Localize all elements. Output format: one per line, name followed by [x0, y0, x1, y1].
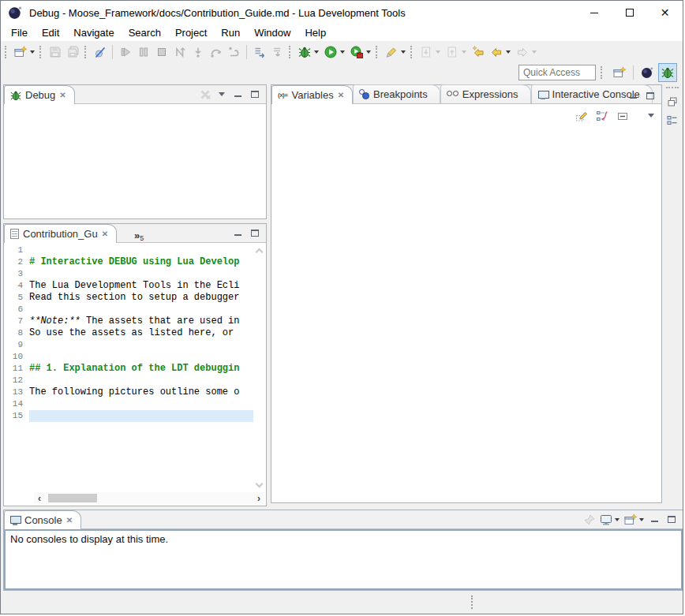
app-icon[interactable] — [8, 6, 22, 20]
maximize-view-button[interactable] — [642, 88, 658, 104]
editor-line[interactable]: 7 **Note:** The assets that are used in — [4, 315, 253, 327]
drop-to-frame-button[interactable] — [268, 43, 286, 61]
close-icon[interactable]: ✕ — [338, 91, 344, 99]
scroll-up-icon[interactable] — [256, 248, 264, 256]
drag-handle[interactable] — [601, 66, 605, 79]
run-dropdown[interactable] — [340, 50, 345, 54]
line-number[interactable]: 15 — [4, 410, 29, 422]
menu-item[interactable]: Search — [122, 25, 168, 40]
save-all-button[interactable] — [64, 43, 82, 61]
editor-line[interactable]: 2 # Interactive DEBUG using Lua Develop — [4, 256, 253, 268]
step-over-button[interactable] — [207, 43, 225, 61]
resume-button[interactable] — [116, 43, 134, 61]
previous-annotation-button[interactable] — [443, 43, 461, 61]
editor-line[interactable]: 5 Read this section to setup a debugger — [4, 292, 253, 304]
debug-button[interactable] — [295, 43, 313, 61]
view-tab[interactable]: Expressions — [440, 84, 531, 103]
ldt-perspective-button[interactable] — [638, 63, 657, 82]
editor-line[interactable]: 8 So use the assets as listed here, or — [4, 327, 253, 339]
window-close-button[interactable]: ✕ — [647, 1, 683, 24]
line-number[interactable]: 10 — [4, 351, 29, 363]
line-number[interactable]: 6 — [4, 304, 29, 315]
editor-horizontal-scrollbar[interactable]: ‹ › — [34, 492, 264, 504]
line-number[interactable]: 12 — [4, 375, 29, 386]
save-button[interactable] — [46, 43, 64, 61]
back-dropdown[interactable] — [506, 50, 511, 54]
drag-handle[interactable] — [666, 87, 679, 88]
scroll-down-icon[interactable] — [256, 480, 264, 488]
open-console-button[interactable] — [622, 511, 638, 528]
view-menu-button[interactable] — [642, 107, 660, 124]
drag-handle[interactable] — [39, 46, 43, 58]
editor-line[interactable]: 1 — [4, 245, 253, 256]
suspend-button[interactable] — [134, 43, 152, 61]
menu-item[interactable]: Run — [214, 25, 247, 40]
variables-view-content[interactable] — [271, 126, 661, 502]
line-number[interactable]: 11 — [4, 363, 29, 375]
open-perspective-button[interactable] — [610, 63, 629, 82]
drag-handle[interactable] — [84, 46, 88, 58]
show-logical-structures-button[interactable] — [593, 107, 611, 124]
menu-item[interactable]: Project — [168, 25, 214, 40]
open-console-dropdown[interactable] — [639, 518, 644, 521]
show-type-names-button[interactable] — [573, 107, 590, 124]
step-into-button[interactable] — [189, 43, 207, 61]
mark-occurrences-dropdown[interactable] — [401, 50, 406, 54]
line-number[interactable]: 2 — [4, 256, 29, 268]
forward-dropdown[interactable] — [532, 50, 537, 54]
debug-dropdown[interactable] — [314, 50, 319, 54]
editor-line[interactable]: 4 The Lua Development Tools in the Ecli — [4, 280, 253, 292]
line-number[interactable]: 8 — [4, 327, 29, 339]
outline-view-button[interactable] — [664, 112, 680, 129]
external-tools-button[interactable] — [347, 43, 365, 61]
previous-annotation-dropdown[interactable] — [462, 50, 466, 54]
terminate-button[interactable] — [152, 43, 170, 61]
next-annotation-button[interactable] — [417, 43, 435, 61]
next-annotation-dropdown[interactable] — [436, 50, 440, 54]
menu-item[interactable]: Edit — [35, 25, 66, 40]
editor-line[interactable]: 6 — [4, 304, 253, 315]
new-button[interactable] — [11, 43, 29, 61]
line-number[interactable]: 13 — [4, 386, 29, 398]
external-tools-dropdown[interactable] — [366, 50, 371, 54]
editor-line[interactable]: 13 The following pictures outline some o — [4, 386, 253, 398]
drag-handle[interactable] — [376, 46, 380, 58]
editor-line[interactable]: 3 — [4, 268, 253, 280]
forward-button[interactable] — [513, 43, 531, 61]
menu-item[interactable]: File — [4, 25, 35, 40]
use-step-filters-button[interactable] — [250, 43, 268, 61]
debug-perspective-button[interactable] — [658, 63, 677, 82]
menu-item[interactable]: Window — [247, 25, 298, 40]
remove-all-terminated-button[interactable] — [197, 86, 213, 103]
editor-line[interactable]: 15 — [4, 410, 253, 422]
step-return-button[interactable] — [225, 43, 243, 61]
scroll-left-icon[interactable]: ‹ — [34, 493, 45, 504]
line-number[interactable]: 7 — [4, 315, 29, 327]
mark-occurrences-button[interactable] — [382, 43, 400, 61]
editor-line[interactable]: 9 — [4, 339, 253, 351]
editor-line[interactable]: 12 — [4, 375, 253, 386]
line-number[interactable]: 1 — [4, 245, 29, 256]
display-selected-console-button[interactable] — [597, 511, 614, 528]
editor-vertical-scrollbar[interactable] — [253, 245, 266, 491]
restore-view-button[interactable] — [664, 93, 680, 110]
minimize-view-button[interactable] — [230, 225, 246, 241]
editor-line[interactable]: 11 ## 1. Explanation of the LDT debuggin — [4, 363, 253, 375]
pin-console-button[interactable] — [581, 511, 597, 528]
back-button[interactable] — [487, 43, 505, 61]
view-tab[interactable]: (x)= Variables ✕ — [271, 85, 353, 104]
scroll-right-icon[interactable]: › — [253, 493, 264, 504]
editor-text-area[interactable]: 1 2 # Interactive DEBUG using Lua Develo… — [4, 245, 253, 491]
maximize-view-button[interactable] — [246, 225, 263, 241]
view-tab[interactable]: Breakpoints — [353, 84, 440, 103]
editor-line[interactable]: 10 — [4, 351, 253, 363]
disconnect-button[interactable] — [170, 43, 189, 61]
editor-line[interactable]: 14 — [4, 398, 253, 410]
menu-item[interactable]: Help — [298, 25, 333, 40]
last-edit-location-button[interactable] — [469, 43, 487, 61]
line-number[interactable]: 3 — [4, 268, 29, 280]
new-dropdown[interactable] — [30, 50, 35, 54]
debug-view-content[interactable] — [4, 104, 266, 218]
quick-access-input[interactable] — [518, 65, 596, 80]
minimize-view-button[interactable] — [625, 88, 642, 104]
